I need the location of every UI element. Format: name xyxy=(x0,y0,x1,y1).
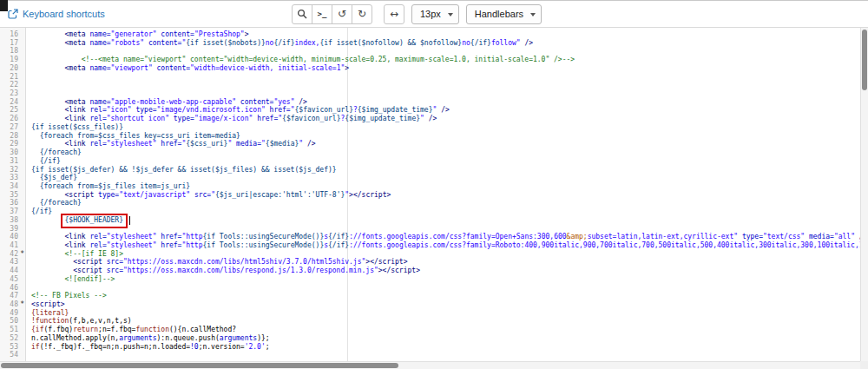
code-token: '2.0' xyxy=(245,343,266,351)
code-line-21[interactable] xyxy=(31,73,860,82)
code-line-51[interactable]: {if(f.fbq)return;n=f.fbq=function(){n.ca… xyxy=(31,326,860,334)
code-line-28[interactable]: {foreach from=$css_files key=css_uri ite… xyxy=(31,132,860,141)
code-token xyxy=(31,30,65,38)
code-token xyxy=(31,182,40,190)
code-token: {if isset($nobots)} xyxy=(186,39,266,47)
code-token: "all" xyxy=(834,233,855,241)
code-token: return xyxy=(73,326,98,333)
code-line-48[interactable]: <script> xyxy=(31,300,860,309)
code-token xyxy=(31,56,82,63)
code-line-38[interactable]: {$HOOK_HEADER} xyxy=(31,216,860,225)
code-token: <script xyxy=(73,258,107,266)
redo-button[interactable]: ↻ xyxy=(352,4,372,24)
scrollbar-corner xyxy=(860,361,868,369)
code-token: n.callMethod.apply(n, xyxy=(31,334,119,342)
line-number: 31 xyxy=(0,157,25,166)
code-token: {/if} xyxy=(328,241,349,249)
line-number: 21 xyxy=(0,73,25,82)
code-line-26[interactable]: <link rel="shortcut icon" type="image/x-… xyxy=(31,115,860,123)
terminal-button[interactable]: >_ xyxy=(312,4,332,24)
code-token: "https://oss.maxcdn.com/libs/respond.js/… xyxy=(123,267,378,274)
search-button[interactable] xyxy=(292,4,312,24)
code-line-22[interactable] xyxy=(31,81,860,89)
code-token: href= xyxy=(257,115,278,122)
code-token: {if isset($js_defer) && !$js_defer && is… xyxy=(31,166,337,174)
horizontal-scrollbar-thumb[interactable] xyxy=(1,363,398,368)
code-token: media= xyxy=(236,140,261,148)
code-line-53[interactable]: if(!f._fbq)f._fbq=n;n.push=n;n.loaded=!0… xyxy=(31,343,860,352)
code-line-41[interactable]: <link rel="stylesheet" href="http{if Too… xyxy=(31,241,860,250)
code-token: <script xyxy=(73,267,107,274)
code-token: > xyxy=(345,64,349,72)
code-line-19[interactable]: <!--<meta name="viewport" content="width… xyxy=(31,56,860,64)
font-size-select[interactable]: 13px xyxy=(411,4,459,24)
code-line-16[interactable]: <meta name="generator" content="PrestaSh… xyxy=(31,30,860,39)
line-number: 34 xyxy=(0,182,25,191)
code-line-36[interactable]: {/foreach} xyxy=(31,199,860,208)
code-token: if xyxy=(31,343,40,351)
vertical-scrollbar-thumb[interactable] xyxy=(862,30,867,90)
code-line-18[interactable] xyxy=(31,47,860,56)
code-line-30[interactable]: {/foreach} xyxy=(31,148,860,157)
code-line-44[interactable]: <script src="https://oss.maxcdn.com/libs… xyxy=(31,267,860,275)
code-line-35[interactable]: <script type="text/javascript" src="{$js… xyxy=(31,191,860,200)
theme-editor-screen: Keyboard shortcuts >_ ↺ ↻ xyxy=(0,0,868,369)
code-token: "viewport" xyxy=(111,64,153,72)
line-number: 44 xyxy=(0,267,25,275)
code-token: {if Tools::usingSecureMode()} xyxy=(203,233,325,241)
code-token: "https://oss.maxcdn.com/libs/html5shiv/3… xyxy=(123,258,365,266)
code-line-37[interactable]: {/if} xyxy=(31,208,860,216)
code-token: ;n=f.fbq= xyxy=(98,326,135,333)
code-line-40[interactable]: <link rel="stylesheet" href="http{if Too… xyxy=(31,233,860,241)
code-line-49[interactable]: {literal} xyxy=(31,309,860,318)
code-line-31[interactable]: {/if} xyxy=(31,157,860,166)
gutter-marker: * xyxy=(20,250,24,259)
code-line-47[interactable]: <!-- FB Pixels --> xyxy=(31,292,860,300)
undo-button[interactable]: ↺ xyxy=(332,4,352,24)
code-token: {literal} xyxy=(31,309,69,317)
code-line-25[interactable]: <link rel="icon" type="image/vnd.microso… xyxy=(31,106,860,115)
code-line-33[interactable]: {$js_def} xyxy=(31,174,860,182)
code-token: index, xyxy=(295,39,320,47)
code-token: <!--<meta name="viewport" content="width… xyxy=(82,56,575,63)
mode-select[interactable]: Handlebars xyxy=(466,4,542,24)
horizontal-scrollbar[interactable] xyxy=(0,361,860,369)
code-line-43[interactable]: <script src="https://oss.maxcdn.com/libs… xyxy=(31,258,860,267)
code-line-34[interactable]: {foreach from=$js_files item=js_uri} xyxy=(31,182,860,191)
fullwidth-toggle-button[interactable]: ↔ xyxy=(384,4,404,24)
code-token: <link xyxy=(65,241,90,249)
code-token: arguments xyxy=(119,334,156,342)
code-token: name= xyxy=(89,39,110,47)
code-line-42[interactable]: <!--[if IE 8]> xyxy=(31,250,860,259)
gutter-marker: * xyxy=(20,300,24,309)
code-line-52[interactable]: n.callMethod.apply(n,arguments):n.queue.… xyxy=(31,334,860,343)
code-line-29[interactable]: <link rel="stylesheet" href="{$css_uri}"… xyxy=(31,140,860,148)
code-line-23[interactable] xyxy=(31,89,860,98)
keyboard-shortcuts-link[interactable]: Keyboard shortcuts xyxy=(8,1,105,27)
code-line-46[interactable] xyxy=(31,284,860,293)
code-token: <link xyxy=(65,115,90,122)
code-token: content= xyxy=(148,39,182,47)
code-token: /> xyxy=(303,140,315,148)
line-number-gutter: 1617181920212223242526272829303132333435… xyxy=(0,28,26,361)
code-token xyxy=(31,174,40,181)
code-token: <meta xyxy=(65,39,90,47)
code-line-27[interactable]: {if isset($css_files)} xyxy=(31,123,860,132)
code-editor[interactable]: 1617181920212223242526272829303132333435… xyxy=(0,28,860,361)
code-line-50[interactable]: !function(f,b,e,v,n,t,s) xyxy=(31,317,860,326)
code-line-24[interactable]: <meta name="apple-mobile-web-app-capable… xyxy=(31,98,860,107)
code-token: (){n.callMethod? xyxy=(169,326,236,333)
code-line-45[interactable]: <![endif]--> xyxy=(31,275,860,284)
line-number: 35 xyxy=(0,191,25,200)
code-token: > xyxy=(245,30,249,38)
code-token: {/if} xyxy=(470,39,491,47)
code-line-54[interactable] xyxy=(31,351,860,359)
code-line-17[interactable]: <meta name="robots" content="{if isset($… xyxy=(31,39,860,48)
vertical-scrollbar[interactable] xyxy=(860,28,868,361)
code-line-20[interactable]: <meta name="viewport" content="width=dev… xyxy=(31,64,860,73)
code-line-39[interactable] xyxy=(31,225,860,234)
code-token: "icon" xyxy=(107,106,132,114)
code-line-32[interactable]: {if isset($js_defer) && !$js_defer && is… xyxy=(31,166,860,175)
code-token: follow" xyxy=(491,39,521,47)
external-link-icon xyxy=(8,9,18,19)
